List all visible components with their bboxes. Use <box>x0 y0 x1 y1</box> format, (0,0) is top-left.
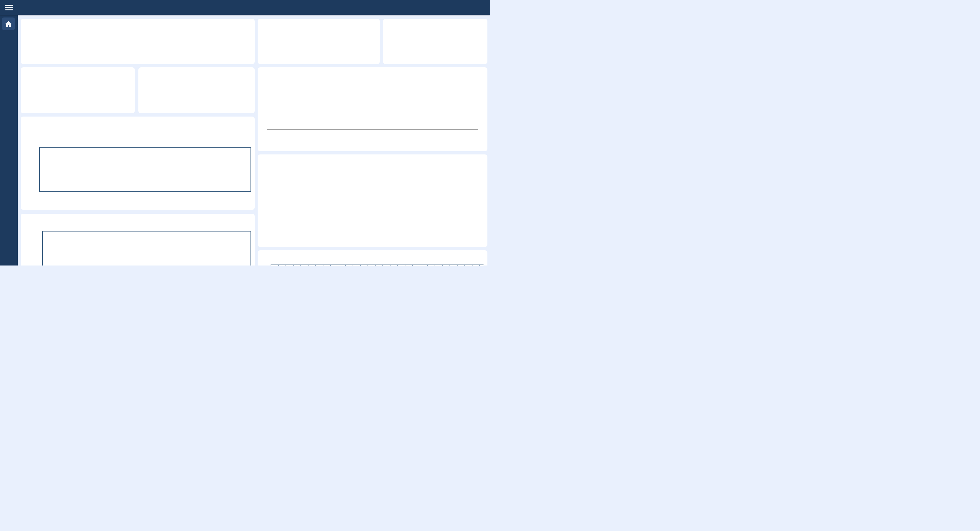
top5-pie-chart <box>340 173 406 239</box>
panel-title <box>138 67 255 70</box>
home-button[interactable] <box>2 17 15 30</box>
home-icon <box>5 21 12 27</box>
energy-rate <box>486 5 487 10</box>
panel-day-bill <box>383 19 487 64</box>
panel-title <box>21 19 255 22</box>
stat-card-device-3 <box>178 30 250 58</box>
panel-title <box>258 250 487 253</box>
panel-month-bill <box>138 67 255 113</box>
panel-title <box>21 67 135 70</box>
hamburger-menu-icon[interactable] <box>5 5 13 10</box>
panel-power-spikes <box>258 250 487 265</box>
last7-bar-chart <box>42 231 251 265</box>
panel-title <box>21 117 255 119</box>
stat-card-device-2 <box>102 30 174 58</box>
sidebar <box>0 15 18 265</box>
panel-top-devices <box>21 19 255 64</box>
hourly-stacked-bar-chart <box>39 147 251 192</box>
panel-title <box>258 154 487 157</box>
panel-title <box>383 19 487 22</box>
panel-month-power-total <box>258 67 487 151</box>
stat-card-device-1 <box>25 30 97 58</box>
panel-month-power-usage <box>21 67 135 113</box>
panel-day-power-total <box>258 19 380 64</box>
panel-title <box>258 67 487 70</box>
panel-top5-pie <box>258 154 487 247</box>
panel-hourly-power <box>21 117 255 210</box>
stat-card-row <box>25 30 250 58</box>
panel-title <box>258 19 380 22</box>
panel-title <box>21 214 255 217</box>
panel-last7-days <box>21 214 255 265</box>
factory-energy-dashboard <box>0 0 490 265</box>
divider <box>267 130 478 130</box>
top-bar <box>0 0 490 15</box>
